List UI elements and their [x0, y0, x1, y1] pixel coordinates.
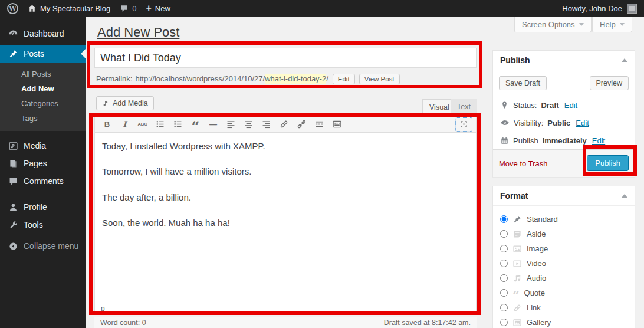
edit-status-link[interactable]: Edit [564, 101, 577, 110]
comment-bubble-icon [120, 4, 129, 13]
post-title-input[interactable] [94, 48, 477, 68]
format-option-standard: Standard [500, 212, 627, 227]
sidebar-item-pages[interactable]: Pages [0, 155, 86, 172]
format-radio-audio[interactable] [500, 274, 508, 282]
current-menu-arrow [81, 49, 86, 58]
insert-link-button[interactable] [276, 118, 292, 131]
element-path-node[interactable]: p [101, 304, 105, 313]
quote-icon [512, 288, 520, 298]
post-content-editor: Today, I installed Wordpress with XAMPP.… [94, 116, 477, 314]
format-radio-standard[interactable] [500, 215, 508, 223]
sidebar-item-label: Collapse menu [24, 241, 78, 251]
media-icon [102, 100, 110, 107]
publish-panel-header[interactable]: Publish [493, 51, 635, 70]
sidebar-separator [0, 190, 86, 198]
sidebar-item-posts[interactable]: Posts [0, 45, 86, 63]
sidebar-item-collapse-menu[interactable]: Collapse menu [0, 237, 86, 255]
tab-text[interactable]: Text [451, 99, 477, 114]
bulleted-list-button[interactable] [152, 118, 168, 131]
horizontal-rule-button[interactable] [205, 118, 221, 131]
sidebar-item-media[interactable]: Media [0, 137, 86, 155]
edit-permalink-button[interactable]: Edit [333, 74, 355, 84]
align-center-button[interactable] [241, 118, 257, 131]
editor-status-bar: Word count: 0 Draft saved at 8:17:42 am. [94, 317, 477, 328]
audio-icon [512, 274, 522, 283]
help-button[interactable]: Help [592, 17, 632, 32]
format-radio-gallery[interactable] [500, 319, 508, 326]
draft-saved-status: Draft saved at 8:17:42 am. [384, 319, 471, 327]
format-radio-video[interactable] [500, 260, 508, 267]
collapse-panel-icon[interactable] [622, 58, 627, 62]
permalink-row: Permalink: http://localhost/wordpress/20… [96, 72, 400, 86]
format-radio-link[interactable] [500, 304, 508, 311]
format-panel-header[interactable]: Format [493, 186, 635, 206]
preview-button[interactable]: Preview [590, 76, 629, 90]
sidebar-item-label: Comments [24, 176, 64, 186]
calendar-icon [500, 136, 509, 145]
admin-bar-comments[interactable]: 0 [120, 4, 136, 13]
screen-options-button[interactable]: Screen Options [514, 17, 592, 32]
chevron-down-icon [620, 23, 625, 26]
aside-icon [512, 229, 522, 239]
schedule-row: Publish immediately Edit [500, 132, 627, 149]
align-left-button[interactable] [223, 118, 239, 131]
sidebar-item-label: Posts [24, 49, 44, 58]
remove-link-button[interactable] [294, 118, 310, 131]
bold-button[interactable] [99, 118, 115, 131]
text-cursor [192, 193, 192, 202]
format-option-audio: Audio [500, 271, 627, 286]
strikethrough-button[interactable] [134, 118, 150, 131]
numbered-list-button[interactable] [170, 118, 186, 131]
sidebar-item-comments[interactable]: Comments [0, 172, 86, 190]
schedule-value: immediately [543, 136, 587, 145]
sidebar-item-dashboard[interactable]: Dashboard [0, 25, 86, 42]
admin-bar-account-menu[interactable]: Howdy, John Doe [562, 4, 637, 14]
sidebar-item-label: Media [24, 141, 46, 150]
format-radio-image[interactable] [500, 245, 508, 252]
permalink-slug[interactable]: what-i-did-today-2 [265, 74, 326, 84]
sidebar-item-all-posts[interactable]: All Posts [0, 67, 86, 81]
help-label: Help [600, 20, 616, 29]
publish-button[interactable]: Publish [587, 155, 629, 171]
posts-submenu: All Posts Add New Categories Tags [0, 63, 86, 131]
insert-more-tag-button[interactable] [311, 118, 327, 131]
toolbar-toggle-button[interactable] [329, 118, 345, 131]
admin-bar: My Spectacular Blog 0 New Howdy, John Do… [0, 0, 644, 17]
admin-bar-site-menu[interactable]: My Spectacular Blog [28, 4, 110, 13]
unlink-icon [297, 119, 307, 129]
save-draft-button[interactable]: Save Draft [499, 76, 547, 90]
edit-visibility-link[interactable]: Edit [576, 119, 589, 127]
format-option-label: Audio [527, 274, 546, 283]
sidebar-item-tags[interactable]: Tags [0, 111, 86, 126]
admin-bar-new-menu[interactable]: New [146, 3, 170, 14]
edit-schedule-link[interactable]: Edit [592, 136, 605, 145]
wordpress-logo-icon[interactable] [7, 3, 18, 14]
move-to-trash-link[interactable]: Move to Trash [499, 159, 547, 168]
collapse-panel-icon[interactable] [622, 194, 627, 198]
visibility-eye-icon [500, 118, 510, 127]
view-post-button[interactable]: View Post [359, 74, 400, 84]
editor-paragraph: The day after, a billion. [102, 192, 469, 204]
numbered-list-icon [173, 119, 183, 129]
format-radio-quote[interactable] [500, 289, 508, 297]
format-option-aside: Aside [500, 227, 627, 241]
sidebar-item-profile[interactable]: Profile [0, 198, 86, 216]
italic-button[interactable] [117, 118, 133, 131]
editor-paragraph: Tomorrow, I will have a million visitors… [102, 166, 469, 178]
editor-content-area[interactable]: Today, I installed Wordpress with XAMPP.… [95, 133, 476, 303]
format-radio-aside[interactable] [500, 230, 508, 238]
fullscreen-button[interactable] [456, 118, 472, 131]
format-option-gallery: Gallery [500, 315, 627, 328]
format-option-video: Video [500, 256, 627, 271]
add-media-button[interactable]: Add Media [96, 96, 154, 110]
permalink-suffix: / [326, 74, 328, 83]
more-tag-icon [314, 119, 324, 129]
align-right-button[interactable] [258, 118, 274, 131]
sidebar-item-categories[interactable]: Categories [0, 96, 86, 111]
sidebar-item-add-new[interactable]: Add New [0, 81, 86, 96]
pages-icon [8, 159, 18, 169]
blockquote-button[interactable] [188, 118, 203, 131]
format-option-label: Quote [524, 288, 545, 297]
sidebar-item-tools[interactable]: Tools [0, 216, 86, 234]
link-icon [279, 119, 289, 129]
